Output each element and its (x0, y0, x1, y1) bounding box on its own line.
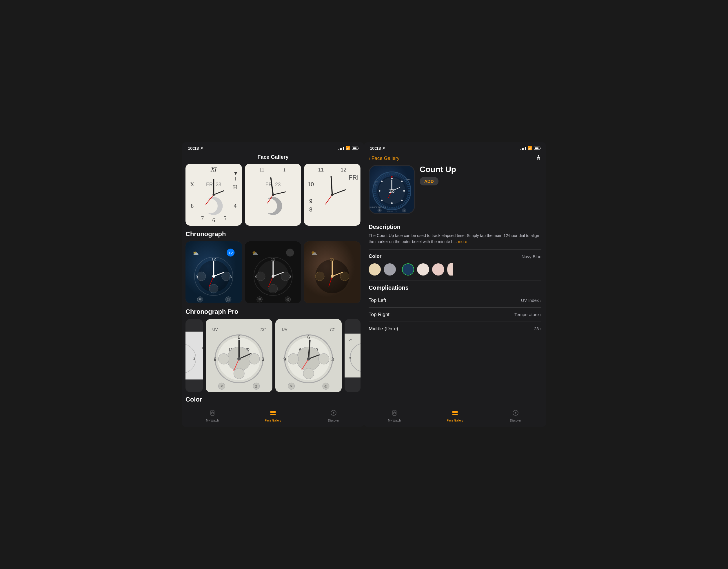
right-tab-discover[interactable]: Discover (485, 409, 546, 422)
swatch-divider (399, 265, 399, 274)
watch-face-chron-pro-3-partial[interactable]: UV 9 (345, 319, 361, 392)
left-time: 10:13 (188, 146, 199, 151)
svg-point-8 (203, 199, 218, 214)
right-tab-my-watch[interactable]: My Watch (364, 409, 425, 422)
svg-point-166 (381, 181, 383, 182)
complication-middle-date[interactable]: Middle (Date) 23 › (369, 322, 541, 336)
screens-container: 10:13 ↗ 📶 Face Gallery (182, 142, 546, 427)
top-watch-row: XI ▼ I X FRI 23 H 8 4 7 6 (185, 164, 361, 226)
svg-marker-147 (333, 412, 335, 414)
svg-text:4: 4 (234, 203, 236, 209)
svg-point-66 (268, 284, 277, 293)
watch-face-chron-pro-partial[interactable]: 3 6 (185, 319, 203, 392)
numerals-face-svg-3: 11 12 10 FRI 9 8 (304, 164, 361, 226)
back-button[interactable]: ‹ Face Gallery (369, 155, 399, 161)
top-left-chevron: › (540, 298, 541, 303)
more-link[interactable]: more (458, 239, 467, 244)
swatch-rose[interactable] (432, 264, 444, 276)
watch-face-numerals-1[interactable]: XI ▼ I X FRI 23 H 8 4 7 6 (185, 164, 242, 226)
svg-point-99 (219, 354, 229, 364)
svg-point-87 (331, 275, 334, 278)
svg-text:12: 12 (212, 257, 216, 261)
svg-point-23 (262, 199, 277, 214)
left-tab-face-gallery[interactable]: Face Gallery (243, 409, 303, 422)
svg-point-172 (391, 190, 393, 192)
left-discover-label: Discover (328, 419, 339, 422)
left-tab-bar: My Watch Face Gallery (182, 407, 364, 427)
share-icon (536, 155, 541, 161)
svg-text:UNLOCK TO VIEW: UNLOCK TO VIEW (370, 206, 387, 208)
svg-text:UV: UV (212, 328, 218, 332)
svg-text:H: H (233, 184, 237, 190)
left-my-watch-label: My Watch (206, 419, 219, 422)
left-tab-my-watch[interactable]: My Watch (182, 409, 243, 422)
right-face-gallery-icon (452, 409, 458, 418)
right-discover-label: Discover (510, 419, 521, 422)
swatch-navy[interactable] (402, 264, 414, 276)
svg-point-27 (272, 194, 274, 196)
svg-text:9: 9 (255, 275, 257, 279)
add-button[interactable]: ADD (420, 177, 438, 186)
svg-rect-186 (455, 414, 458, 415)
svg-point-17 (212, 194, 215, 196)
right-screen: 10:13 ↗ 📶 ‹ Face Gallery (364, 142, 546, 427)
watch-face-chron-blue[interactable]: ⛅ 12 12 (185, 241, 242, 303)
complication-top-left[interactable]: Top Left UV Index › (369, 293, 541, 308)
svg-text:1: 1 (283, 167, 286, 173)
svg-text:6: 6 (212, 217, 215, 224)
complications-section: Complications Top Left UV Index › Top Ri… (369, 284, 541, 336)
svg-text:3: 3 (331, 357, 334, 362)
svg-text:6: 6 (238, 334, 240, 340)
svg-marker-188 (515, 412, 517, 414)
right-status-bar: 10:13 ↗ 📶 (364, 142, 546, 153)
svg-text:⛅: ⛅ (311, 250, 317, 257)
right-wifi-icon: 📶 (527, 146, 532, 150)
right-tab-bar: My Watch Face Gallery (364, 407, 546, 427)
svg-point-163 (391, 202, 393, 204)
svg-text:8: 8 (191, 203, 194, 209)
svg-point-164 (381, 200, 383, 201)
svg-point-160 (401, 181, 403, 182)
svg-point-129 (307, 357, 310, 360)
watch-face-chron-pro-1[interactable]: UV 72° 30-SECOND (206, 319, 272, 392)
chron-dark-svg: ⛅ 12 3 9 (245, 241, 301, 303)
svg-rect-134 (345, 334, 361, 377)
svg-point-101 (234, 368, 244, 379)
right-tab-face-gallery[interactable]: Face Gallery (425, 409, 485, 422)
svg-text:▼: ▼ (233, 170, 238, 176)
left-signal-icon (338, 147, 344, 150)
left-status-time-area: 10:13 ↗ (188, 146, 203, 151)
svg-text:12: 12 (271, 257, 275, 261)
complication-top-right[interactable]: Top Right Temperature › (369, 308, 541, 322)
share-button[interactable] (536, 155, 541, 162)
swatch-partial[interactable] (447, 264, 453, 276)
chron-pro-1-svg: UV 72° 30-SECOND (206, 319, 272, 392)
top-right-label: Top Right (369, 312, 390, 317)
swatch-light-pink[interactable] (417, 264, 429, 276)
svg-text:3: 3 (230, 275, 232, 279)
svg-rect-185 (452, 414, 455, 415)
svg-point-61 (286, 249, 294, 257)
left-scroll-content[interactable]: XI ▼ I X FRI 23 H 8 4 7 6 (182, 164, 364, 407)
color-section-label: Color (185, 396, 361, 403)
left-tab-discover[interactable]: Discover (303, 409, 364, 422)
left-battery-icon (352, 147, 358, 150)
left-status-icons: 📶 (338, 146, 358, 150)
chronograph-pro-row: 3 6 UV 72° (185, 319, 361, 392)
watch-face-chron-dark[interactable]: ⛅ 12 3 9 (245, 241, 301, 303)
svg-text:8: 8 (309, 206, 312, 213)
top-left-value: UV Index › (521, 298, 541, 303)
watch-face-chron-pro-2[interactable]: UV 72° 6-SECOND 6 3 9 (275, 319, 342, 392)
watch-face-chron-brown[interactable]: ⛅ 12 (304, 241, 361, 303)
middle-date-chevron: › (540, 326, 541, 331)
detail-header: ‹ Face Gallery (364, 153, 546, 165)
svg-text:☀: ☀ (290, 385, 293, 388)
color-section: Color Navy Blue (369, 254, 541, 276)
swatch-cream[interactable] (369, 264, 381, 276)
left-face-gallery-label: Face Gallery (265, 419, 281, 422)
svg-text:X: X (190, 181, 194, 188)
watch-face-numerals-partial[interactable]: 11 12 10 FRI 9 8 (304, 164, 361, 226)
right-signal-icon (520, 147, 526, 150)
watch-face-numerals-2[interactable]: FRI 23 11 1 (245, 164, 301, 226)
swatch-gray[interactable] (384, 264, 396, 276)
